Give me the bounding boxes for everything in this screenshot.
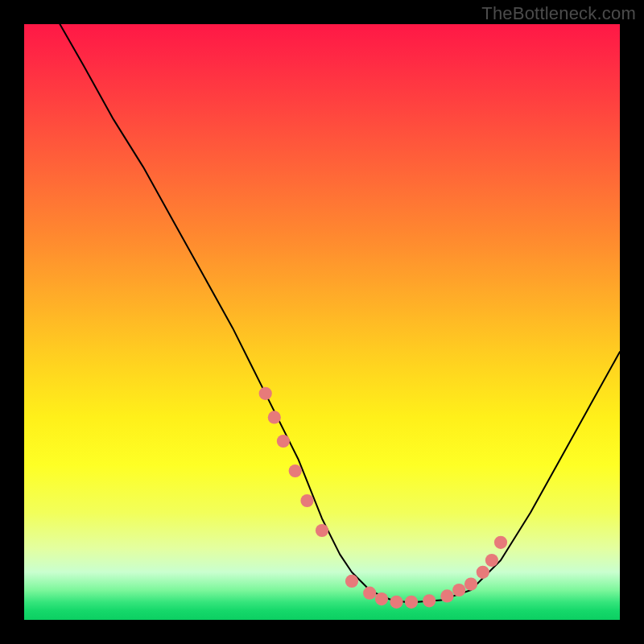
curve-markers [259,387,508,609]
curve-marker [300,494,313,507]
curve-marker [405,596,418,609]
curve-marker [494,536,507,549]
curve-marker [390,596,402,609]
curve-marker [477,566,489,579]
curve-marker [375,592,388,605]
plot-area [24,24,620,620]
curve-marker [423,594,436,607]
curve-marker [363,587,376,600]
curve-marker [345,575,358,588]
curve-marker [277,435,290,448]
curve-marker [440,589,453,602]
curve-marker [259,387,272,400]
curve-marker [485,554,498,567]
curve-marker [289,464,302,477]
curve-marker [464,578,477,591]
chart-stage: TheBottleneck.com [0,0,644,644]
curve-marker [268,411,281,423]
chart-svg [24,24,620,620]
curve-marker [316,524,328,537]
watermark-text: TheBottleneck.com [481,3,636,24]
curve-marker [452,584,465,597]
bottleneck-curve [60,24,620,602]
